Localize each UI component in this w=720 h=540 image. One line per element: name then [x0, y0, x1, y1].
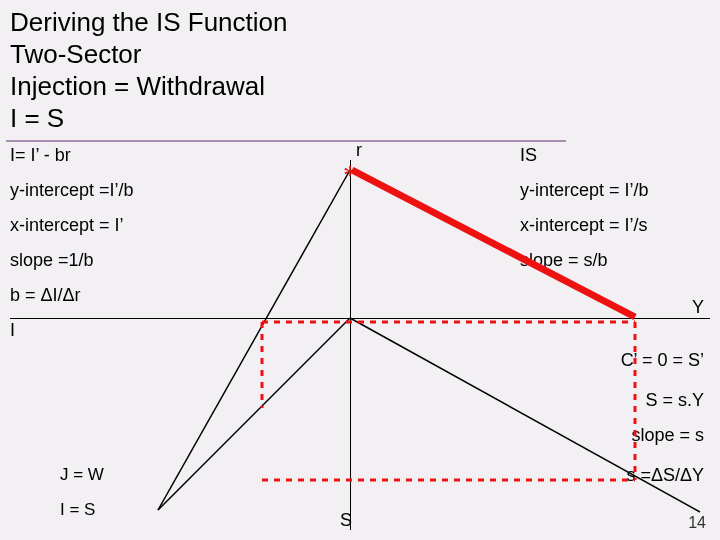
right-xint: x-intercept = I’/s — [520, 215, 648, 236]
line-jw — [158, 318, 350, 510]
right-slope-s: slope = s — [631, 425, 704, 446]
axis-horizontal — [10, 318, 710, 319]
title-line-4: I = S — [10, 102, 287, 134]
left-I: I — [10, 320, 15, 341]
right-sdelta: s =ΔS/ΔY — [626, 465, 704, 486]
left-eq: I= I’ - br — [10, 145, 71, 166]
right-S: S = s.Y — [645, 390, 704, 411]
slide-number: 14 — [688, 514, 706, 532]
axis-label-r: r — [356, 140, 362, 161]
left-IS: I = S — [60, 500, 95, 520]
title-line-2: Two-Sector — [10, 38, 287, 70]
title-underline — [6, 140, 566, 142]
right-slope: slope = s/b — [520, 250, 608, 271]
right-yint: y-intercept = I’/b — [520, 180, 649, 201]
slide-title: Deriving the IS Function Two-Sector Inje… — [10, 6, 287, 134]
left-JW: J = W — [60, 465, 104, 485]
left-xint: x-intercept = I’ — [10, 215, 124, 236]
right-C: C’ = 0 = S’ — [621, 350, 704, 371]
axis-label-S: S — [340, 510, 352, 531]
title-line-3: Injection = Withdrawal — [10, 70, 287, 102]
left-slope: slope =1/b — [10, 250, 94, 271]
line-investment — [158, 170, 350, 510]
left-yint: y-intercept =I’/b — [10, 180, 134, 201]
left-b: b = ΔI/Δr — [10, 285, 81, 306]
right-Y: Y — [692, 297, 704, 318]
right-IS: IS — [520, 145, 537, 166]
axis-vertical — [350, 160, 351, 530]
title-line-1: Deriving the IS Function — [10, 6, 287, 38]
